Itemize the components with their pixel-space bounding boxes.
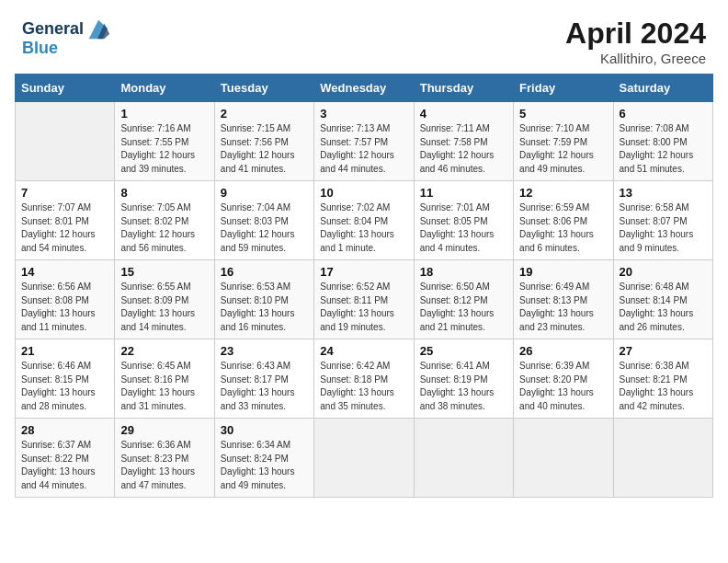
col-friday: Friday bbox=[514, 75, 613, 102]
cell-content: Sunrise: 7:15 AMSunset: 7:56 PMDaylight:… bbox=[221, 122, 308, 176]
day-cell: 21Sunrise: 6:46 AMSunset: 8:15 PMDayligh… bbox=[16, 339, 115, 419]
day-cell: 2Sunrise: 7:15 AMSunset: 7:56 PMDaylight… bbox=[214, 102, 313, 181]
day-number: 1 bbox=[120, 107, 208, 121]
day-cell: 27Sunrise: 6:38 AMSunset: 8:21 PMDayligh… bbox=[613, 339, 712, 419]
day-cell: 18Sunrise: 6:50 AMSunset: 8:12 PMDayligh… bbox=[414, 260, 513, 339]
cell-content: Sunrise: 6:45 AMSunset: 8:16 PMDaylight:… bbox=[120, 360, 208, 413]
week-row-4: 21Sunrise: 6:46 AMSunset: 8:15 PMDayligh… bbox=[16, 339, 713, 419]
cell-content: Sunrise: 7:04 AMSunset: 8:03 PMDaylight:… bbox=[221, 201, 308, 255]
cell-content: Sunrise: 6:46 AMSunset: 8:15 PMDaylight:… bbox=[21, 360, 108, 413]
col-tuesday: Tuesday bbox=[214, 75, 313, 102]
col-thursday: Thursday bbox=[414, 75, 513, 102]
day-cell: 6Sunrise: 7:08 AMSunset: 8:00 PMDaylight… bbox=[613, 102, 712, 181]
day-cell: 30Sunrise: 6:34 AMSunset: 8:24 PMDayligh… bbox=[214, 419, 313, 498]
cell-content: Sunrise: 7:10 AMSunset: 7:59 PMDaylight:… bbox=[519, 122, 607, 176]
cell-content: Sunrise: 6:53 AMSunset: 8:10 PMDaylight:… bbox=[221, 281, 308, 334]
day-number: 14 bbox=[21, 265, 108, 279]
col-sunday: Sunday bbox=[16, 75, 115, 102]
day-number: 17 bbox=[320, 265, 407, 279]
month-year: April 2024 bbox=[565, 17, 706, 51]
day-cell: 1Sunrise: 7:16 AMSunset: 7:55 PMDaylight… bbox=[115, 102, 214, 181]
cell-content: Sunrise: 6:39 AMSunset: 8:20 PMDaylight:… bbox=[519, 360, 607, 413]
day-cell: 23Sunrise: 6:43 AMSunset: 8:17 PMDayligh… bbox=[214, 339, 313, 419]
day-number: 13 bbox=[620, 186, 707, 200]
day-cell: 29Sunrise: 6:36 AMSunset: 8:23 PMDayligh… bbox=[115, 419, 214, 498]
col-saturday: Saturday bbox=[613, 75, 712, 102]
day-cell: 17Sunrise: 6:52 AMSunset: 8:11 PMDayligh… bbox=[314, 260, 414, 339]
title-block: April 2024 Kallithiro, Greece bbox=[565, 17, 706, 66]
cell-content: Sunrise: 6:49 AMSunset: 8:13 PMDaylight:… bbox=[519, 281, 607, 334]
day-cell: 9Sunrise: 7:04 AMSunset: 8:03 PMDaylight… bbox=[214, 181, 313, 260]
cell-content: Sunrise: 6:37 AMSunset: 8:22 PMDaylight:… bbox=[21, 439, 108, 492]
cell-content: Sunrise: 7:01 AMSunset: 8:05 PMDaylight:… bbox=[420, 201, 507, 255]
day-number: 30 bbox=[221, 423, 308, 437]
day-cell: 12Sunrise: 6:59 AMSunset: 8:06 PMDayligh… bbox=[514, 181, 613, 260]
day-number: 16 bbox=[221, 265, 308, 279]
week-row-5: 28Sunrise: 6:37 AMSunset: 8:22 PMDayligh… bbox=[16, 419, 713, 498]
day-number: 4 bbox=[420, 107, 507, 121]
cell-content: Sunrise: 7:08 AMSunset: 8:00 PMDaylight:… bbox=[620, 122, 707, 176]
day-number: 29 bbox=[120, 423, 208, 437]
cell-content: Sunrise: 6:59 AMSunset: 8:06 PMDaylight:… bbox=[519, 201, 607, 255]
day-number: 10 bbox=[320, 186, 407, 200]
day-cell bbox=[314, 419, 414, 498]
cell-content: Sunrise: 6:52 AMSunset: 8:11 PMDaylight:… bbox=[320, 281, 407, 334]
cell-content: Sunrise: 6:55 AMSunset: 8:09 PMDaylight:… bbox=[120, 281, 208, 334]
day-cell: 16Sunrise: 6:53 AMSunset: 8:10 PMDayligh… bbox=[214, 260, 313, 339]
day-cell: 22Sunrise: 6:45 AMSunset: 8:16 PMDayligh… bbox=[115, 339, 214, 419]
logo: General Blue bbox=[22, 17, 111, 58]
logo-text: General bbox=[22, 20, 84, 39]
day-number: 19 bbox=[519, 265, 607, 279]
day-cell: 14Sunrise: 6:56 AMSunset: 8:08 PMDayligh… bbox=[16, 260, 115, 339]
day-cell: 10Sunrise: 7:02 AMSunset: 8:04 PMDayligh… bbox=[314, 181, 414, 260]
cell-content: Sunrise: 6:42 AMSunset: 8:18 PMDaylight:… bbox=[320, 360, 407, 413]
day-number: 6 bbox=[620, 107, 707, 121]
day-number: 28 bbox=[21, 423, 108, 437]
day-cell: 26Sunrise: 6:39 AMSunset: 8:20 PMDayligh… bbox=[514, 339, 613, 419]
day-number: 26 bbox=[519, 344, 607, 358]
day-cell: 15Sunrise: 6:55 AMSunset: 8:09 PMDayligh… bbox=[115, 260, 214, 339]
cell-content: Sunrise: 6:36 AMSunset: 8:23 PMDaylight:… bbox=[120, 439, 208, 492]
day-number: 8 bbox=[120, 186, 208, 200]
day-cell: 11Sunrise: 7:01 AMSunset: 8:05 PMDayligh… bbox=[414, 181, 513, 260]
day-cell bbox=[16, 102, 115, 181]
day-number: 18 bbox=[420, 265, 507, 279]
day-number: 24 bbox=[320, 344, 407, 358]
day-number: 5 bbox=[519, 107, 607, 121]
location: Kallithiro, Greece bbox=[565, 51, 706, 66]
day-number: 12 bbox=[519, 186, 607, 200]
cell-content: Sunrise: 7:05 AMSunset: 8:02 PMDaylight:… bbox=[120, 201, 208, 255]
day-number: 9 bbox=[221, 186, 308, 200]
cell-content: Sunrise: 7:02 AMSunset: 8:04 PMDaylight:… bbox=[320, 201, 407, 255]
day-cell: 7Sunrise: 7:07 AMSunset: 8:01 PMDaylight… bbox=[16, 181, 115, 260]
day-number: 2 bbox=[221, 107, 308, 121]
week-row-1: 1Sunrise: 7:16 AMSunset: 7:55 PMDaylight… bbox=[16, 102, 713, 181]
cell-content: Sunrise: 6:58 AMSunset: 8:07 PMDaylight:… bbox=[620, 201, 707, 255]
day-number: 21 bbox=[21, 344, 108, 358]
cell-content: Sunrise: 7:16 AMSunset: 7:55 PMDaylight:… bbox=[120, 122, 208, 176]
header: General Blue April 2024 Kallithiro, Gree… bbox=[0, 0, 728, 74]
cell-content: Sunrise: 6:38 AMSunset: 8:21 PMDaylight:… bbox=[620, 360, 707, 413]
cell-content: Sunrise: 6:50 AMSunset: 8:12 PMDaylight:… bbox=[420, 281, 507, 334]
week-row-3: 14Sunrise: 6:56 AMSunset: 8:08 PMDayligh… bbox=[16, 260, 713, 339]
day-number: 15 bbox=[120, 265, 208, 279]
day-number: 7 bbox=[21, 186, 108, 200]
cell-content: Sunrise: 7:13 AMSunset: 7:57 PMDaylight:… bbox=[320, 122, 407, 176]
day-cell: 13Sunrise: 6:58 AMSunset: 8:07 PMDayligh… bbox=[613, 181, 712, 260]
cell-content: Sunrise: 6:56 AMSunset: 8:08 PMDaylight:… bbox=[21, 281, 108, 334]
day-cell: 24Sunrise: 6:42 AMSunset: 8:18 PMDayligh… bbox=[314, 339, 414, 419]
day-cell: 28Sunrise: 6:37 AMSunset: 8:22 PMDayligh… bbox=[16, 419, 115, 498]
day-number: 3 bbox=[320, 107, 407, 121]
day-cell bbox=[613, 419, 712, 498]
day-number: 23 bbox=[221, 344, 308, 358]
cell-content: Sunrise: 6:48 AMSunset: 8:14 PMDaylight:… bbox=[620, 281, 707, 334]
day-cell bbox=[514, 419, 613, 498]
day-number: 25 bbox=[420, 344, 507, 358]
col-wednesday: Wednesday bbox=[314, 75, 414, 102]
col-monday: Monday bbox=[115, 75, 214, 102]
day-cell bbox=[414, 419, 513, 498]
day-number: 20 bbox=[620, 265, 707, 279]
day-cell: 20Sunrise: 6:48 AMSunset: 8:14 PMDayligh… bbox=[613, 260, 712, 339]
logo-icon bbox=[85, 17, 111, 42]
day-cell: 25Sunrise: 6:41 AMSunset: 8:19 PMDayligh… bbox=[414, 339, 513, 419]
